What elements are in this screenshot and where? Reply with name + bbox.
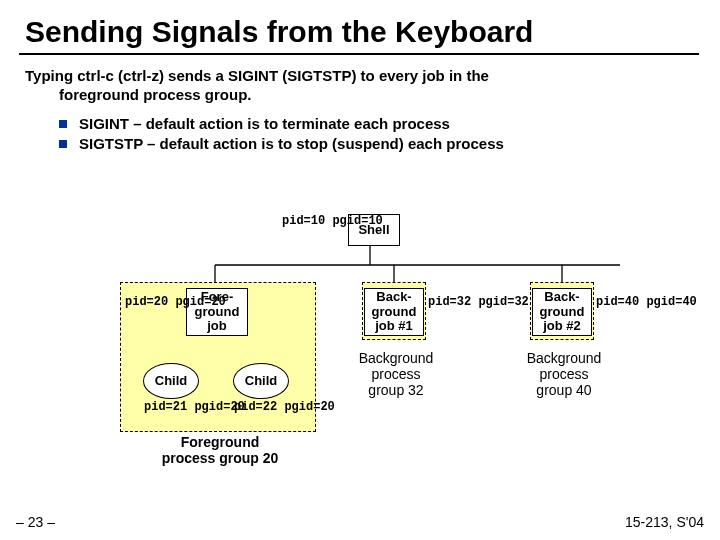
process-tree-diagram: Shell pid=10 pgid=10 Fore- ground job pi… — [0, 200, 720, 500]
bg1-pid-label: pid=32 pgid=32 — [428, 296, 529, 309]
shell-pid-label: pid=10 pgid=10 — [282, 215, 383, 228]
course-tag: 15-213, S'04 — [625, 514, 704, 530]
title-rule — [19, 53, 699, 55]
child2-pid-label: pid=22 pgid=20 — [234, 401, 335, 414]
fg-pid-label: pid=20 pgid=20 — [125, 296, 226, 309]
bg2-pid-label: pid=40 pgid=40 — [596, 296, 697, 309]
slide-subtitle: Typing ctrl-c (ctrl-z) sends a SIGINT (S… — [25, 67, 695, 105]
bullet-item: SIGTSTP – default action is to stop (sus… — [59, 135, 695, 152]
child-2-node: Child — [233, 363, 289, 399]
bg40-group-caption: Background process group 40 — [514, 350, 614, 398]
fg-group-caption: Foreground process group 20 — [135, 434, 305, 466]
slide-number: – 23 – — [16, 514, 55, 530]
child-1-node: Child — [143, 363, 199, 399]
bg-job-2-node: Back- ground job #2 — [532, 288, 592, 336]
bg32-group-caption: Background process group 32 — [346, 350, 446, 398]
bg-job-1-node: Back- ground job #1 — [364, 288, 424, 336]
bullet-item: SIGINT – default action is to terminate … — [59, 115, 695, 132]
slide: Sending Signals from the Keyboard Typing… — [0, 0, 720, 540]
bullet-list: SIGINT – default action is to terminate … — [25, 115, 695, 152]
child1-pid-label: pid=21 pgid=20 — [144, 401, 245, 414]
slide-title: Sending Signals from the Keyboard — [25, 15, 695, 49]
subtitle-line-2: foreground process group. — [25, 86, 695, 105]
subtitle-line-1: Typing ctrl-c (ctrl-z) sends a SIGINT (S… — [25, 67, 489, 84]
